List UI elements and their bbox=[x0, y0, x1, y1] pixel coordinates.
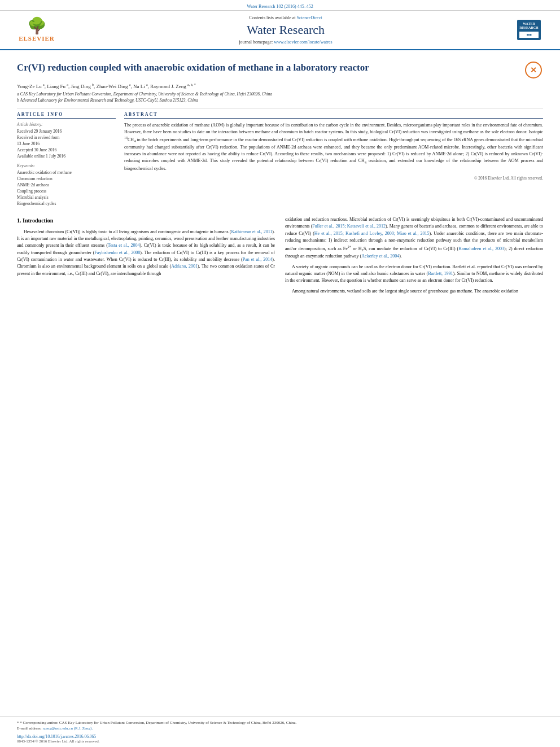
wr-logo-stripe: ■■■ bbox=[519, 32, 538, 38]
author-li: Na Li a, bbox=[133, 84, 150, 89]
history-label: Article history: bbox=[17, 122, 116, 127]
elsevier-logo: 🌳 ELSEVIER bbox=[11, 18, 62, 42]
intro-para1: Hexavalent chromium (Cr(VI)) is highly t… bbox=[17, 229, 275, 278]
keyword-5: Microbial analysis bbox=[17, 195, 116, 200]
article-info-column: ARTICLE INFO Article history: Received 2… bbox=[17, 112, 116, 207]
article-title-section: Cr(VI) reduction coupled with anaerobic … bbox=[17, 62, 543, 78]
cite-he[interactable]: He et al., 2015; Kashefi and Lovley, 200… bbox=[314, 231, 430, 236]
author-ding-j: Jing Ding b, bbox=[71, 84, 96, 89]
crossmark: ✕ bbox=[523, 62, 543, 78]
cite-pan[interactable]: Pan et al., 2014 bbox=[243, 257, 273, 262]
abstract-header: ABSTRACT bbox=[124, 112, 543, 119]
article-divider bbox=[17, 108, 543, 108]
keyword-3: ANME-2d archaea bbox=[17, 182, 116, 187]
abstract-text: The process of anaerobic oxidation of me… bbox=[124, 122, 543, 172]
cite-kamal[interactable]: Kamaludeen et al., 2003 bbox=[458, 246, 504, 251]
footnote-content: * Corresponding author. CAS Key Laborato… bbox=[20, 720, 296, 725]
cite-ackerley[interactable]: Ackerley et al., 2004 bbox=[361, 254, 399, 259]
page: Water Research 102 (2016) 445–452 🌳 ELSE… bbox=[0, 0, 560, 747]
keywords-label: Keywords: bbox=[17, 163, 116, 168]
affil-a: a CAS Key Laboratory for Urban Pollutant… bbox=[17, 91, 543, 98]
affil-b: b Advanced Laboratory for Environmental … bbox=[17, 98, 543, 104]
journal-title: Water Research bbox=[62, 23, 509, 37]
intro-para3: A variety of organic compounds can be us… bbox=[285, 264, 543, 285]
author-zeng: Raymond J. Zeng a, b, * bbox=[150, 84, 196, 89]
doi-line: http://dx.doi.org/10.1016/j.watres.2016.… bbox=[17, 734, 543, 739]
article-footer: * * Corresponding author. CAS Key Labora… bbox=[0, 717, 560, 747]
doi-link[interactable]: http://dx.doi.org/10.1016/j.watres.2016.… bbox=[17, 734, 96, 739]
wr-logo-text: WATERRESEARCH bbox=[519, 22, 538, 31]
accepted-date: Accepted 30 June 2016 bbox=[17, 147, 116, 152]
email-address[interactable]: rzeng@ustc.edu.cn (R.J. Zeng). bbox=[43, 726, 93, 731]
cite-bartlett[interactable]: Bartlett, 1991 bbox=[428, 271, 453, 276]
intro-para4: Among natural environments, wetland soil… bbox=[285, 288, 543, 295]
wr-logo-box: WATERRESEARCH ■■■ bbox=[517, 20, 540, 41]
cite-adriano[interactable]: Adriano, 2001 bbox=[171, 264, 198, 269]
issn-line: 0043-1354/© 2016 Elsevier Ltd. All right… bbox=[17, 739, 543, 744]
author-fu: Liang Fu a, bbox=[47, 84, 71, 89]
article-title: Cr(VI) reduction coupled with anaerobic … bbox=[17, 62, 518, 75]
body-columns: 1. Introduction Hexavalent chromium (Cr(… bbox=[17, 216, 543, 298]
cite-fayb[interactable]: Faybishenko et al., 2008 bbox=[94, 250, 140, 255]
elsevier-wordmark: ELSEVIER bbox=[19, 35, 55, 42]
header-content: 🌳 ELSEVIER Contents lists available at S… bbox=[0, 11, 560, 50]
cite-fuller[interactable]: Fuller et al., 2015; Katsaveli et al., 2… bbox=[312, 224, 386, 229]
sciencedirect-link[interactable]: ScienceDirect bbox=[297, 15, 322, 20]
elsevier-tree-icon: 🌳 bbox=[27, 18, 47, 34]
available-date: Available online 1 July 2016 bbox=[17, 154, 116, 159]
body-col-right: oxidation and reduction reactions. Micro… bbox=[285, 216, 543, 298]
article-columns: ARTICLE INFO Article history: Received 2… bbox=[17, 112, 543, 207]
copyright-line: © 2016 Elsevier Ltd. All rights reserved… bbox=[124, 176, 543, 181]
cite-testa[interactable]: Testa et al., 2004 bbox=[108, 243, 140, 248]
author-ding-zw: Zhao-Wei Ding a, bbox=[96, 84, 133, 89]
footnote-text: * * Corresponding author. CAS Key Labora… bbox=[17, 720, 543, 726]
affiliations: a CAS Key Laboratory for Urban Pollutant… bbox=[17, 91, 543, 103]
intro-para2: oxidation and reduction reactions. Micro… bbox=[285, 216, 543, 260]
author-lu: Yong-Ze Lu a, bbox=[17, 84, 47, 89]
crossmark-icon: ✕ bbox=[525, 62, 542, 78]
received-date: Received 29 January 2016 bbox=[17, 129, 116, 134]
contents-line: Contents lists available at ScienceDirec… bbox=[62, 15, 509, 20]
article-body: Cr(VI) reduction coupled with anaerobic … bbox=[0, 50, 560, 711]
revised-label: Received in revised form bbox=[17, 135, 116, 140]
journal-homepage: journal homepage: www.elsevier.com/locat… bbox=[62, 40, 509, 45]
cite-kathiravan[interactable]: Kathiravan et al., 2011 bbox=[231, 229, 272, 234]
keyword-6: Biogeochemical cycles bbox=[17, 201, 116, 206]
intro-title: 1. Introduction bbox=[17, 216, 275, 225]
abstract-column: ABSTRACT The process of anaerobic oxidat… bbox=[124, 112, 543, 207]
authors: Yong-Ze Lu a, Liang Fu a, Jing Ding b, Z… bbox=[17, 83, 543, 89]
keyword-1: Anaerobic oxidation of methane bbox=[17, 170, 116, 175]
keyword-2: Chromium reduction bbox=[17, 176, 116, 181]
revised-date: 13 June 2016 bbox=[17, 141, 116, 146]
email-line: E-mail address: rzeng@ustc.edu.cn (R.J. … bbox=[17, 726, 543, 732]
homepage-url[interactable]: www.elsevier.com/locate/watres bbox=[274, 40, 332, 45]
journal-center: Contents lists available at ScienceDirec… bbox=[62, 15, 509, 45]
journal-header: Water Research 102 (2016) 445–452 bbox=[0, 0, 560, 11]
journal-ref: Water Research 102 (2016) 445–452 bbox=[247, 4, 313, 9]
article-info-header: ARTICLE INFO bbox=[17, 112, 116, 119]
email-label: E-mail address: bbox=[17, 726, 42, 731]
water-research-logo: WATERRESEARCH ■■■ bbox=[509, 20, 549, 41]
body-col-left: 1. Introduction Hexavalent chromium (Cr(… bbox=[17, 216, 275, 298]
keyword-4: Coupling process bbox=[17, 189, 116, 194]
